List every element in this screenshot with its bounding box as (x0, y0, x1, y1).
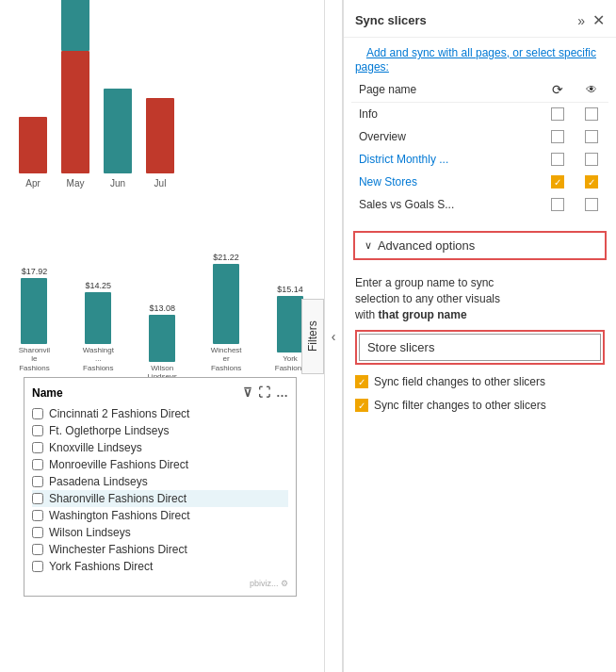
slicer-label-washington: Washington Fashions Direct (49, 509, 190, 522)
slicer-label-wilson: Wilson Lindseys (49, 526, 131, 539)
slicer-item-wilson[interactable]: Wilson Lindseys (32, 524, 288, 541)
store-bar-4 (213, 264, 239, 344)
bar-label-jul: Jul (154, 178, 167, 188)
slicer-label-york: York Fashions Direct (49, 560, 153, 573)
slicer-cb-wilson[interactable] (32, 527, 43, 538)
sync-link-container: Add and sync with all pages, or select s… (344, 38, 616, 77)
slicer-label-ftoglethorpe: Ft. Oglethorpe Lindseys (49, 424, 169, 437)
page-sync-salesvsgoals[interactable] (541, 193, 575, 216)
slicer-label-sharonville: Sharonville Fashions Direct (49, 492, 186, 505)
page-visible-district[interactable] (575, 148, 608, 171)
slicer-cb-ftoglethorpe[interactable] (32, 425, 43, 436)
sync-all-link[interactable]: Add and sync with all pages, or select s… (355, 39, 596, 77)
store-amount-5: $15.14 (277, 285, 303, 294)
page-visible-info[interactable] (575, 103, 608, 126)
slicer-item-winchester[interactable]: Winchester Fashions Direct (32, 541, 288, 558)
slicer-label-knoxville: Knoxville Lindseys (49, 441, 142, 454)
page-sync-newstores[interactable]: ✓ (541, 171, 575, 193)
store-amount-1: $17.92 (22, 267, 48, 276)
bar-jul-red (146, 98, 174, 173)
panel-title: Sync slicers (355, 13, 427, 27)
sync-slicers-panel: Sync slicers » ✕ Add and sync with all p… (343, 0, 616, 672)
bar-may-teal (61, 0, 89, 51)
sync-field-option: ✓ Sync field changes to other slicers (355, 374, 605, 390)
panel-header-buttons: » ✕ (577, 11, 605, 29)
bar-apr-red (19, 117, 47, 173)
group-name-section: Enter a group name to sync selection to … (344, 268, 616, 429)
slicer-item-monroeville[interactable]: Monroeville Fashions Direct (32, 456, 288, 473)
slicer-item-knoxville[interactable]: Knoxville Lindseys (32, 439, 288, 456)
left-arrow-icon: ‹ (332, 329, 336, 344)
page-row-district: District Monthly ... (351, 148, 608, 171)
page-name-overview: Overview (351, 125, 541, 148)
slicer-cb-sharonville[interactable] (32, 493, 43, 504)
slicer-cb-washington[interactable] (32, 510, 43, 521)
store-bar-5 (277, 296, 303, 352)
group-input-wrapper (355, 330, 605, 365)
focus-icon[interactable]: ⛶ (258, 385, 270, 400)
bar-group-apr: Apr (19, 117, 47, 188)
page-visible-salesvsgoals[interactable] (575, 193, 608, 216)
page-row-overview: Overview (351, 125, 608, 148)
advanced-options-section[interactable]: ∨ Advanced options (353, 231, 607, 260)
slicer-controls: ⊽ ⛶ … (243, 385, 288, 400)
page-table: Page name ⟳ 👁 Info Overview (351, 77, 608, 216)
store-bars: $17.92 Sharonville Fashions ... $14.25 W… (5, 269, 319, 382)
more-icon[interactable]: … (276, 385, 288, 400)
slicer-item-cincinnati2[interactable]: Cincinnati 2 Fashions Direct (32, 405, 288, 422)
sync-field-checkbox[interactable]: ✓ (355, 375, 368, 388)
slicer-footer: pbiviz... ⚙ (32, 579, 288, 588)
sync-filter-option: ✓ Sync filter changes to other slicers (355, 398, 605, 414)
eye-icon: 👁 (586, 83, 597, 96)
store-bar-3 (149, 315, 175, 362)
group-name-input[interactable] (359, 334, 601, 361)
page-name-info: Info (351, 103, 541, 126)
slicer-item-sharonville[interactable]: Sharonville Fashions Direct (32, 490, 288, 507)
bar-group-may: May (61, 51, 89, 188)
page-sync-info[interactable] (541, 103, 575, 126)
bar-may-red (61, 51, 89, 173)
bar-label-may: May (67, 178, 85, 188)
page-row-salesvsgoals: Sales vs Goals S... (351, 193, 608, 216)
slicer-label-cincinnati2: Cincinnati 2 Fashions Direct (49, 407, 189, 420)
chevron-down-icon: ∨ (365, 239, 372, 252)
page-visible-overview[interactable] (575, 125, 608, 148)
slicer-item-york[interactable]: York Fashions Direct (32, 558, 288, 575)
store-amount-3: $13.08 (149, 303, 175, 313)
page-visible-newstores[interactable]: ✓ (575, 171, 608, 193)
advanced-options-header: ∨ Advanced options (365, 238, 595, 253)
sync-filter-label: Sync filter changes to other slicers (374, 398, 546, 414)
slicer-item-washington[interactable]: Washington Fashions Direct (32, 507, 288, 524)
slicer-label-winchester: Winchester Fashions Direct (49, 543, 187, 556)
page-sync-overview[interactable] (541, 125, 575, 148)
chart-bottom: $17.92 Sharonville Fashions ... $14.25 W… (0, 264, 324, 386)
bar-chart: Apr May Jun Jul (14, 9, 310, 198)
close-button[interactable]: ✕ (592, 11, 605, 29)
bar-group-jun: Jun (104, 89, 132, 188)
slicer-cb-cincinnati2[interactable] (32, 408, 43, 419)
page-sync-district[interactable] (541, 148, 575, 171)
store-amount-4: $21.22 (213, 253, 239, 262)
slicer-cb-winchester[interactable] (32, 544, 43, 555)
expand-button[interactable]: » (577, 11, 585, 29)
filters-tab[interactable]: Filters (301, 299, 324, 374)
slicer-label-monroeville: Monroeville Fashions Direct (49, 458, 188, 471)
page-table-container: Page name ⟳ 👁 Info Overview (344, 77, 616, 223)
visible-col-header: 👁 (575, 77, 608, 103)
panel-header: Sync slicers » ✕ (344, 0, 616, 38)
sync-filter-checkbox[interactable]: ✓ (355, 399, 368, 412)
slicer-cb-pasadena[interactable] (32, 476, 43, 487)
page-row-info: Info (351, 103, 608, 126)
slicer-cb-york[interactable] (32, 561, 43, 572)
bar-jun-teal (104, 89, 132, 173)
slicer-cb-monroeville[interactable] (32, 459, 43, 470)
filter-icon[interactable]: ⊽ (243, 385, 252, 400)
slicer-item-pasadena[interactable]: Pasadena Lindseys (32, 473, 288, 490)
sync-icon: ⟳ (552, 82, 563, 97)
panel-collapse-btn[interactable]: ‹ (324, 0, 342, 672)
bar-label-jun: Jun (110, 178, 125, 188)
slicer-item-ftoglethorpe[interactable]: Ft. Oglethorpe Lindseys (32, 422, 288, 439)
chart-top: Apr May Jun Jul (0, 0, 324, 254)
slicer-cb-knoxville[interactable] (32, 442, 43, 453)
store-bar-sharonville: $17.92 Sharonville Fashions ... (5, 267, 64, 382)
